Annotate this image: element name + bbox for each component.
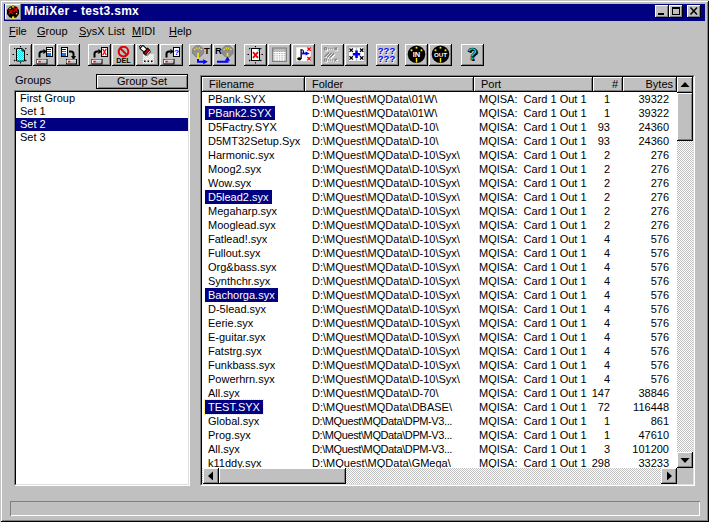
svg-text:R: R bbox=[215, 45, 222, 56]
svg-text:?: ? bbox=[174, 48, 179, 57]
svg-text:T: T bbox=[204, 45, 210, 56]
svg-text:IN: IN bbox=[413, 50, 421, 59]
svg-text:OUT: OUT bbox=[434, 51, 447, 58]
svg-text:?: ? bbox=[467, 45, 477, 64]
svg-text:DEL: DEL bbox=[116, 56, 131, 64]
svg-text:???: ??? bbox=[378, 53, 395, 64]
